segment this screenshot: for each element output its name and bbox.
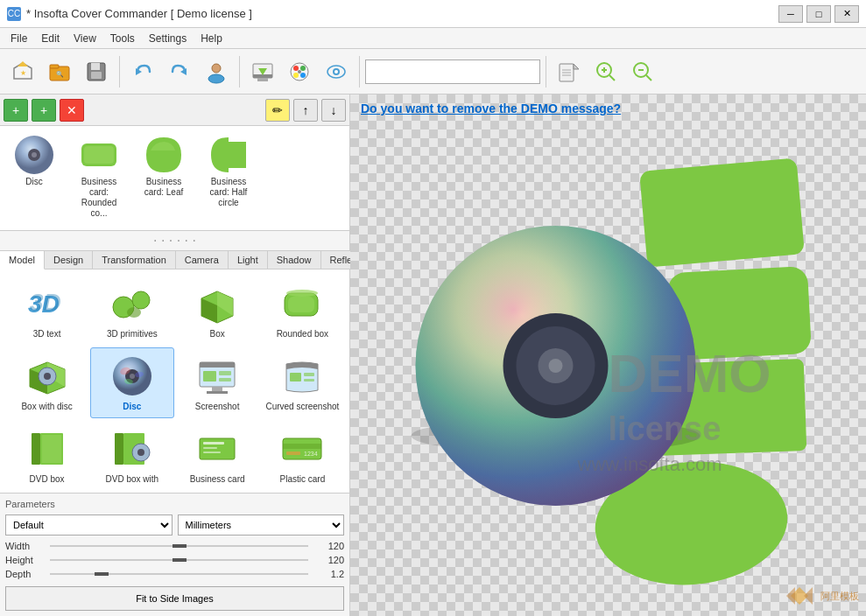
toolbar-sep-2 — [239, 56, 240, 88]
remove-shape-button[interactable]: ✕ — [60, 99, 84, 122]
model-label-disc: Disc — [123, 401, 141, 412]
unit-select[interactable]: Millimeters — [178, 514, 345, 536]
move-up-button[interactable]: ↑ — [293, 99, 318, 122]
svg-rect-89 — [283, 444, 321, 449]
window-title: * Insofta Cover Commander [ Demo license… — [26, 7, 252, 20]
move-down-button[interactable]: ↓ — [321, 99, 346, 122]
svg-rect-4 — [50, 65, 59, 68]
preview-button[interactable] — [319, 54, 354, 89]
model-item-box-with-disc[interactable]: Box with disc — [5, 347, 88, 418]
top-shape-biz-half[interactable]: Business card: Half circle — [198, 130, 259, 212]
model-item-disc[interactable]: Disc — [90, 347, 173, 418]
close-button[interactable]: ✕ — [834, 5, 859, 23]
svg-rect-87 — [203, 452, 221, 453]
param-width-value: 120 — [313, 541, 344, 551]
svg-rect-44 — [229, 142, 246, 168]
model-icon-plastic-card: 1234 — [279, 426, 325, 472]
open-button[interactable]: 🔍 — [42, 54, 77, 89]
tab-model[interactable]: Model — [0, 251, 45, 270]
save-image-button[interactable] — [245, 54, 280, 89]
model-item-3d-primitives[interactable]: 3D primitives — [90, 275, 173, 346]
model-item-business-card[interactable]: Business card — [176, 420, 259, 491]
tab-shadow[interactable]: Shadow — [268, 251, 321, 269]
menu-view[interactable]: View — [67, 31, 103, 46]
svg-rect-79 — [42, 435, 61, 463]
svg-rect-70 — [207, 391, 228, 394]
menu-settings[interactable]: Settings — [142, 31, 194, 46]
top-shape-biz-rounded-icon — [77, 133, 121, 177]
zoom-in-button[interactable] — [588, 54, 623, 89]
model-item-curved-screenshot[interactable]: Curved screenshot — [261, 347, 344, 418]
bottom-watermark: 阿里模板 — [782, 583, 859, 609]
menu-file[interactable]: File — [4, 31, 34, 46]
model-item-dvd-box-with[interactable]: DVD box with — [90, 420, 173, 491]
shapes-list-container[interactable]: Disc Business card: Rounded co... — [0, 126, 349, 231]
tab-design[interactable]: Design — [45, 251, 93, 269]
save-button[interactable] — [79, 54, 114, 89]
minimize-button[interactable]: ─ — [778, 5, 803, 23]
model-label-box-with-disc: Box with disc — [21, 401, 72, 412]
zoom-out-button[interactable] — [625, 54, 660, 89]
svg-line-35 — [609, 75, 615, 80]
param-depth-slider[interactable] — [50, 573, 308, 575]
model-icon-box-with-disc — [25, 354, 70, 399]
model-icon-screenshot — [194, 354, 240, 399]
svg-point-83 — [137, 449, 144, 456]
top-shape-biz-rounded[interactable]: Business card: Rounded co... — [68, 130, 130, 222]
top-shape-biz-leaf[interactable]: Business card: Leaf — [133, 130, 194, 201]
menu-tools[interactable]: Tools — [103, 31, 142, 46]
redo-button[interactable] — [162, 54, 197, 89]
top-shape-disc[interactable]: Disc — [4, 130, 65, 191]
export-button[interactable] — [552, 54, 587, 89]
model-icon-dvd-box — [25, 426, 70, 472]
model-icon-box — [194, 281, 240, 326]
svg-point-102 — [549, 359, 563, 373]
support-button[interactable] — [199, 54, 234, 89]
model-item-3d-text[interactable]: 3D 3D 3D text — [5, 275, 88, 346]
search-input[interactable] — [365, 60, 540, 84]
svg-text:DEMO: DEMO — [609, 343, 771, 403]
edit-shape-button[interactable]: ✏ — [265, 99, 290, 122]
top-shape-biz-leaf-label: Business card: Leaf — [137, 177, 191, 198]
model-grid: 3D 3D 3D text 3D primitives — [0, 270, 349, 493]
param-width-slider[interactable] — [50, 545, 308, 547]
model-item-plastic-card[interactable]: 1234 Plastic card — [261, 420, 344, 491]
model-item-screenshot[interactable]: Screenshot — [176, 347, 259, 418]
maximize-button[interactable]: □ — [806, 5, 831, 23]
undo-button[interactable] — [125, 54, 160, 89]
model-label-3d-text: 3D text — [33, 328, 61, 340]
model-label-plastic-card: Plastic card — [280, 473, 326, 485]
model-label-curved-screenshot: Curved screenshot — [265, 401, 339, 412]
model-label-box: Box — [210, 328, 225, 340]
svg-point-21 — [293, 73, 299, 78]
menu-edit[interactable]: Edit — [34, 31, 67, 46]
canvas-area: Do you want to remove the DEMO message? — [350, 94, 866, 616]
preset-select[interactable]: Default — [5, 514, 172, 536]
palette-button[interactable] — [282, 54, 317, 89]
param-height-slider[interactable] — [50, 559, 308, 561]
model-item-rounded-box[interactable]: Rounded box — [261, 275, 344, 346]
tab-light[interactable]: Light — [229, 251, 268, 269]
parameters-preset-row: Default Millimeters — [5, 514, 344, 536]
svg-marker-1 — [18, 61, 28, 66]
model-icon-dvd-box-with — [109, 426, 155, 472]
add-shape-2-button[interactable]: + — [32, 99, 56, 122]
tab-transformation[interactable]: Transformation — [93, 251, 176, 269]
svg-rect-54 — [288, 297, 314, 312]
model-item-dvd-box[interactable]: DVD box — [5, 420, 88, 491]
menu-help[interactable]: Help — [194, 31, 229, 46]
svg-rect-7 — [91, 63, 100, 70]
new-button[interactable]: ★ — [5, 54, 40, 89]
fit-to-side-images-button[interactable]: Fit to Side Images — [5, 586, 344, 611]
main-toolbar: ★ 🔍 — [0, 49, 866, 94]
tab-camera[interactable]: Camera — [176, 251, 229, 269]
model-item-box[interactable]: Box — [176, 275, 259, 346]
demo-message-link[interactable]: Do you want to remove the DEMO message? — [361, 102, 621, 116]
model-label-3d-primitives: 3D primitives — [107, 328, 158, 340]
add-shape-button[interactable]: + — [4, 99, 28, 122]
top-shape-disc-icon — [12, 133, 56, 177]
svg-point-20 — [300, 73, 306, 78]
svg-text:1234: 1234 — [304, 451, 318, 457]
model-icon-curved-screenshot — [279, 354, 325, 399]
svg-rect-71 — [203, 371, 216, 382]
